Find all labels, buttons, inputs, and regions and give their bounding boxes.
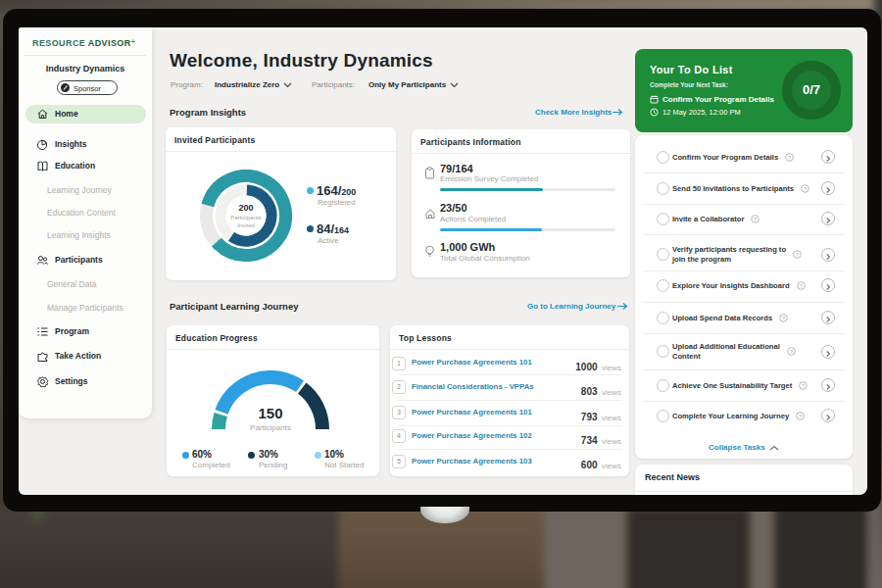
svg-text:?: ?	[796, 252, 799, 258]
svg-text:?: ?	[788, 154, 791, 160]
svg-text:?: ?	[754, 216, 757, 221]
svg-text:?: ?	[782, 315, 785, 320]
svg-text:?: ?	[799, 413, 802, 418]
svg-text:?: ?	[802, 382, 805, 388]
svg-text:?: ?	[800, 282, 803, 288]
svg-text:?: ?	[790, 349, 793, 355]
svg-text:?: ?	[804, 185, 807, 191]
